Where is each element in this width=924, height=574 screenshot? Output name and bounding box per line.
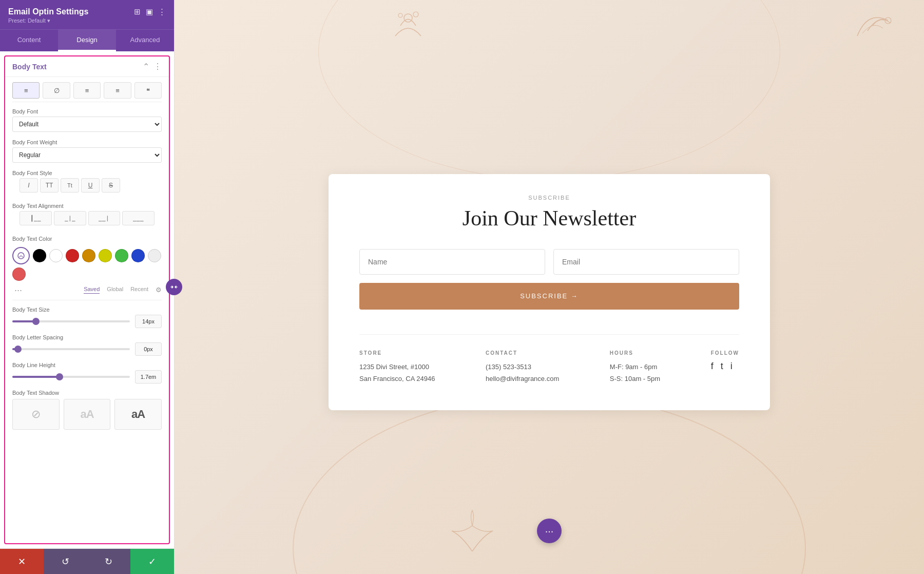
body-letter-spacing-track[interactable] — [12, 348, 130, 350]
fab-button[interactable]: ··· — [537, 519, 562, 543]
color-tab-recent[interactable]: Recent — [130, 286, 148, 294]
svg-point-3 — [413, 12, 418, 17]
no-style-btn[interactable]: ∅ — [43, 82, 70, 99]
align-left-btn[interactable]: ┃⎯⎯ — [20, 211, 52, 225]
swatch-green[interactable] — [115, 249, 128, 262]
body-text-size-input[interactable]: 14px — [135, 315, 162, 328]
divider2 — [12, 300, 162, 300]
body-font-weight-group: Body Font Weight Regular Bold Light — [5, 135, 169, 166]
capitalize-btn[interactable]: Tt — [61, 178, 79, 193]
redo-button[interactable]: ↻ — [87, 549, 131, 574]
italic-btn[interactable]: I — [20, 178, 38, 193]
swatch-orange[interactable] — [82, 249, 95, 262]
footer-contact: CONTACT (135) 523-3513 hello@divifragran… — [486, 350, 559, 385]
body-letter-spacing-input[interactable]: 0px — [135, 342, 162, 356]
align-justify-btn[interactable]: ⎯⎯⎯ — [122, 211, 155, 225]
facebook-icon[interactable]: f — [711, 361, 714, 372]
tab-design[interactable]: Design — [58, 30, 116, 51]
body-line-height-fill — [12, 376, 60, 378]
sidebar-header: Email Optin Settings ⊞ ▣ ⋮ Preset: Defau… — [0, 0, 174, 29]
more-colors-btn[interactable]: ··· — [12, 284, 24, 297]
sidebar-bottom-bar: ✕ ↺ ↻ ✓ — [0, 548, 174, 574]
subscribe-button[interactable]: SUBSCRIBE → — [359, 283, 739, 310]
swatch-black[interactable] — [33, 249, 46, 262]
name-input[interactable] — [359, 249, 545, 275]
body-line-height-label: Body Line Height — [12, 362, 162, 368]
body-text-size-track[interactable] — [12, 320, 130, 322]
cancel-button[interactable]: ✕ — [0, 549, 44, 574]
newsletter-card: SUBSCRIBE Join Our Newsletter SUBSCRIBE … — [329, 174, 770, 411]
shadow-light-text: aA — [80, 408, 93, 421]
color-tabs: Saved Global Recent ⚙ — [84, 284, 162, 297]
floral-top-right — [847, 5, 898, 53]
align-row: ┃⎯⎯ ⎯┃⎯ ⎯⎯┃ ⎯⎯⎯ — [12, 211, 162, 228]
strikethrough-btn[interactable]: S — [102, 178, 120, 193]
underline-btn[interactable]: U — [81, 178, 100, 193]
body-font-style-group: Body Font Style I TT Tt U S — [5, 166, 169, 199]
swatch-light[interactable] — [148, 249, 161, 262]
save-button[interactable]: ✓ — [130, 549, 174, 574]
body-text-size-slider-row: 14px — [12, 315, 162, 328]
body-line-height-track[interactable] — [12, 376, 130, 378]
fab-icon: ··· — [545, 525, 554, 537]
shadow-dark-btn[interactable]: aA — [114, 399, 162, 430]
swatch-yellow[interactable] — [99, 249, 112, 262]
swatch-white[interactable] — [49, 249, 63, 262]
swatch-red[interactable] — [66, 249, 79, 262]
blockquote-btn[interactable]: ❝ — [134, 82, 162, 99]
settings-icon[interactable]: ⊞ — [134, 7, 141, 16]
color-settings-icon[interactable]: ⚙ — [156, 286, 162, 294]
tab-advanced[interactable]: Advanced — [116, 30, 174, 51]
footer-hours-weekend: S-S: 10am - 5pm — [610, 375, 660, 382]
footer-hours-weekday: M-F: 9am - 6pm — [610, 363, 657, 371]
body-font-weight-select[interactable]: Regular Bold Light — [12, 147, 162, 163]
body-line-height-input[interactable]: 1.7em — [135, 370, 162, 384]
swatch-accent[interactable] — [12, 267, 26, 281]
align-right-btn[interactable]: ⎯⎯┃ — [88, 211, 121, 225]
shadow-light-btn[interactable]: aA — [64, 399, 111, 430]
body-text-shadow-group: Body Text Shadow ⊘ aA aA — [5, 386, 169, 433]
shadow-none-btn[interactable]: ⊘ — [12, 399, 60, 430]
body-font-select[interactable]: Default Open Sans Roboto — [12, 117, 162, 132]
body-font-group: Body Font Default Open Sans Roboto — [5, 104, 169, 135]
body-line-height-group: Body Line Height 1.7em — [5, 358, 169, 386]
color-tab-global[interactable]: Global — [107, 286, 123, 294]
twitter-icon[interactable]: t — [721, 361, 723, 372]
ordered-list-btn[interactable]: ≡ — [104, 82, 131, 99]
section-menu-icon[interactable]: ⋮ — [153, 62, 162, 71]
body-text-section: Body Text ⌃ ⋮ ≡ ∅ ≡ ≡ ❝ Body Font Defaul… — [4, 55, 170, 544]
footer-contact-heading: CONTACT — [486, 350, 559, 356]
footer-follow: FOLLOW f t i — [711, 350, 739, 385]
layout-icon[interactable]: ▣ — [146, 7, 153, 16]
body-text-size-group: Body Text Size 14px — [5, 302, 169, 330]
align-center-btn[interactable]: ⎯┃⎯ — [54, 211, 86, 225]
social-icons: f t i — [711, 361, 739, 372]
sidebar-header-icons: ⊞ ▣ ⋮ — [134, 7, 166, 16]
shadow-options: ⊘ aA aA — [12, 399, 162, 430]
subscribe-label: SUBSCRIBE — [359, 195, 739, 201]
footer-store: STORE 1235 Divi Street, #1000 San Franci… — [359, 350, 435, 385]
swatch-blue[interactable] — [131, 249, 145, 262]
uppercase-btn[interactable]: TT — [40, 178, 59, 193]
collapse-icon[interactable]: ⌃ — [143, 62, 149, 71]
color-swatches — [12, 244, 162, 284]
body-letter-spacing-group: Body Letter Spacing 0px — [5, 330, 169, 358]
body-text-btn[interactable]: ≡ — [12, 82, 40, 99]
body-line-height-thumb[interactable] — [56, 373, 63, 380]
drag-handle[interactable] — [166, 279, 182, 295]
more-icon[interactable]: ⋮ — [158, 7, 166, 16]
floral-bottom-left — [447, 505, 498, 559]
color-picker-btn[interactable] — [12, 247, 30, 264]
undo-button[interactable]: ↺ — [44, 549, 87, 574]
body-text-size-thumb[interactable] — [32, 318, 40, 325]
body-letter-spacing-thumb[interactable] — [14, 346, 22, 353]
instagram-icon[interactable]: i — [730, 361, 733, 372]
email-input[interactable] — [553, 249, 739, 275]
body-font-style-label: Body Font Style — [12, 170, 162, 176]
color-tab-saved[interactable]: Saved — [84, 286, 100, 294]
sidebar-preset[interactable]: Preset: Default ▾ — [8, 17, 166, 24]
unordered-list-btn[interactable]: ≡ — [73, 82, 101, 99]
svg-point-2 — [398, 13, 402, 17]
main-canvas: SUBSCRIBE Join Our Newsletter SUBSCRIBE … — [175, 0, 924, 574]
tab-content[interactable]: Content — [0, 30, 58, 51]
